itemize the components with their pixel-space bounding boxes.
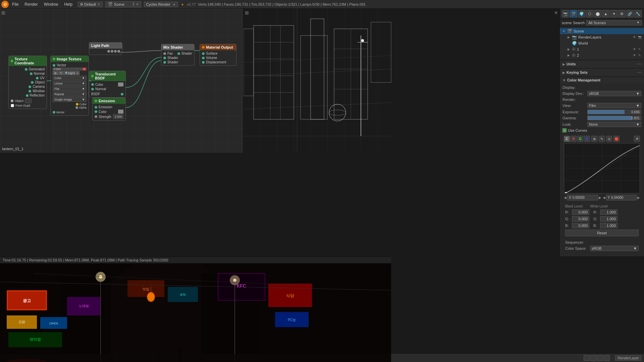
panel-tab-modifiers[interactable]: 🔧 [634, 10, 642, 17]
black-r-input[interactable] [572, 209, 589, 215]
svg-text:간판: 간판 [18, 320, 25, 324]
exposure-slider[interactable]: 0.696 [587, 110, 641, 114]
units-header[interactable]: ▶ Units ⋯ [560, 60, 644, 68]
emission-node[interactable]: Emission Emission Color Strength [92, 98, 126, 121]
blender-logo-text: ● [181, 2, 184, 6]
renderlayers-vis-btn[interactable]: 👁 [632, 35, 637, 40]
panel-tab-object[interactable]: ⬡ [586, 10, 593, 17]
white-g-input[interactable] [600, 216, 618, 222]
x-coord-prev[interactable]: ◀ [564, 196, 567, 199]
black-g-input[interactable] [572, 216, 589, 222]
view-dropdown[interactable]: Film ▼ [587, 103, 641, 108]
white-b-input[interactable] [600, 223, 618, 228]
layer2-edit-btn[interactable]: ✎ [637, 53, 642, 58]
x-coord-box[interactable]: X 0.00000 [567, 195, 598, 200]
svg-text:맛집: 맛집 [143, 287, 149, 291]
colorspace-dropdown[interactable]: sRGB ▼ [590, 246, 639, 251]
svg-text:PC방: PC방 [288, 318, 296, 322]
shading-btn-2[interactable] [590, 355, 596, 361]
strength-field[interactable]: 3.000 [113, 114, 123, 119]
shading-btn-4[interactable] [604, 355, 610, 361]
use-curves-checkbox[interactable]: ✓ [562, 128, 567, 132]
menu-file[interactable]: File [9, 1, 21, 7]
panel-tab-world[interactable]: 🌍 [578, 10, 585, 17]
top-bar: ⊙ File Render Window Help ⊞ Default ▼ 🎬 … [0, 0, 644, 9]
panel-tab-material[interactable]: ⬤ [594, 10, 601, 17]
svg-point-42 [565, 192, 567, 193]
panel-tab-scene[interactable]: 🎬 [570, 10, 577, 17]
panel-search-btn[interactable]: Search [573, 21, 585, 25]
scene-tree-item-world[interactable]: 🌍 World [560, 40, 644, 46]
svg-point-78 [148, 293, 154, 301]
workspace-selector[interactable]: ⊞ Default ▼ [78, 2, 103, 7]
color-management-header[interactable]: ▼ Color Management [560, 77, 644, 83]
layer1-vis-btn[interactable]: 👁 [632, 47, 637, 52]
menu-render[interactable]: Render [22, 1, 40, 7]
shading-btn-3[interactable] [597, 355, 603, 361]
translucent-bsdf-node[interactable]: Translucent BSDF Color Normal BSDF [89, 71, 126, 98]
render-image: 광고 간판 OPEN 편의점 노래방 [0, 263, 391, 362]
curves-color-btn[interactable]: 🔴 [613, 136, 620, 142]
scene-selector[interactable]: 🎬 Scene 2 ▼ [105, 1, 141, 7]
wireframe-scene [244, 9, 559, 153]
layer1-edit-btn[interactable]: ✎ [637, 47, 642, 52]
y-coord-box[interactable]: Y 0.04000 [606, 195, 637, 200]
image-select[interactable]: sign19 [70, 71, 75, 75]
curves-dots-btn[interactable]: ⊙ [606, 136, 612, 142]
curves-channel-r[interactable]: R [571, 136, 577, 142]
svg-rect-88 [178, 348, 181, 362]
scene-tree-item-renderlayers[interactable]: ▶ 📷 RenderLayers 👁 📷 [560, 34, 644, 40]
menu-window[interactable]: Window [41, 1, 61, 7]
curves-graph[interactable] [564, 143, 640, 193]
material-output-node[interactable]: Material Output Surface Volume Displacem… [200, 44, 236, 66]
mix-shader-node[interactable]: Mix Shader Fac Shader Shader [161, 44, 195, 66]
stats-bar: v2.77 Verts:198,590 | Faces:190,731 | Tr… [184, 2, 643, 6]
scene-tree-item-scene[interactable]: ▼ 🎬 Scene [560, 28, 644, 34]
gamma-slider[interactable]: 0.831 [587, 116, 641, 120]
panel-view-btn[interactable]: scene [562, 21, 572, 25]
color-management-section: ▼ Color Management Display: Display Dev.… [560, 77, 644, 257]
image-texture-node[interactable]: Image Texture Vector Color ⊞ ✎ [50, 56, 89, 116]
panel-tab-constraints[interactable]: 🔗 [626, 10, 634, 17]
y-coord-next[interactable]: ▶ [637, 196, 640, 199]
look-row: Look: None ▼ [562, 122, 641, 127]
reset-button[interactable]: Reset [565, 230, 639, 236]
curves-close-btn[interactable]: ✕ [634, 136, 640, 142]
y-coord-prev[interactable]: ◀ [603, 196, 605, 199]
x-coord-next[interactable]: ▶ [599, 196, 601, 199]
3d-viewport[interactable]: ⊞ ✕ [244, 9, 559, 153]
svg-point-30 [361, 39, 364, 42]
svg-text:식당: 식당 [286, 293, 294, 298]
keying-sets-header[interactable]: ▶ Keying Sets ⋯ [560, 68, 644, 76]
white-r-input[interactable] [600, 209, 618, 215]
node-editor-corner-icon: ⊞ [1, 10, 5, 15]
curves-channel-c[interactable]: C [564, 136, 570, 142]
panel-tab-data[interactable]: ▲ [602, 10, 609, 17]
panel-tab-particles[interactable]: ✦ [610, 10, 618, 17]
curves-channel-b[interactable]: B [584, 136, 590, 142]
scene-tree-item-layer2[interactable]: ▶ ☉ 2 👁 ✎ [560, 52, 644, 58]
panel-tab-camera[interactable]: 📷 [562, 10, 569, 17]
light-path-node[interactable]: Light Path [89, 42, 122, 55]
viewport-corner-icon: ⊞ [245, 10, 249, 15]
curves-channel-g[interactable]: G [577, 136, 583, 142]
shading-btn-1[interactable] [584, 355, 590, 361]
render-engine-selector[interactable]: Cycles Render ▼ [144, 2, 178, 7]
all-scenes-dropdown[interactable]: All Scenes ▼ [586, 20, 642, 25]
curves-svg [564, 143, 640, 193]
curves-pencil-btn[interactable]: ✎ [599, 136, 605, 142]
time-info-bar: Time:01:16.75 | Remaining:01:59.55 | Mem… [0, 257, 391, 263]
svg-text:편의점: 편의점 [30, 337, 41, 341]
render-viewport[interactable]: 광고 간판 OPEN 편의점 노래방 [0, 263, 391, 362]
display-device-dropdown[interactable]: sRGB ▼ [587, 91, 641, 96]
black-b-input[interactable] [572, 223, 589, 228]
layer2-vis-btn[interactable]: 👁 [632, 53, 637, 58]
texture-coordinate-node[interactable]: Texture Coordinate Generated Normal UV O… [8, 56, 47, 109]
svg-point-75 [233, 279, 236, 282]
scene-tree-item-layer1[interactable]: ▶ ☉ 1 👁 ✎ [560, 46, 644, 52]
curves-zoom-btn[interactable]: ⊕ [591, 136, 597, 142]
menu-help[interactable]: Help [61, 1, 75, 7]
panel-tab-physics[interactable]: ⚙ [618, 10, 626, 17]
look-dropdown[interactable]: None ▼ [587, 122, 641, 127]
renderlayers-render-btn[interactable]: 📷 [637, 35, 642, 40]
